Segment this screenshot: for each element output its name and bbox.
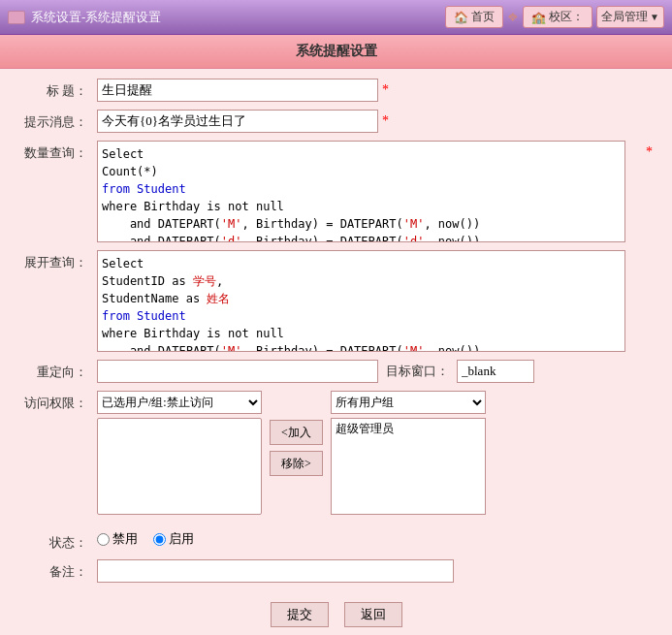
access-type-select[interactable]: 已选用户/组:禁止访问	[97, 391, 262, 414]
zhan-kai-code-wrap: Select StudentID as 学号, StudentName as 姓…	[97, 250, 653, 352]
bottom-buttons: 提交 返回	[19, 590, 653, 635]
access-right-list[interactable]: 超级管理员	[331, 418, 486, 515]
enable-radio-label[interactable]: 启用	[153, 530, 194, 548]
access-action-buttons: <加入 移除>	[270, 391, 323, 476]
bei-zhu-row: 备注：	[19, 559, 653, 583]
enable-radio[interactable]	[153, 533, 166, 546]
campus-icon: 🏫	[531, 11, 546, 24]
home-button[interactable]: 🏠 首页	[445, 6, 503, 28]
chong-ding-xiang-input[interactable]	[97, 360, 378, 383]
disable-label: 禁用	[112, 530, 138, 548]
zhuang-tai-label: 状态：	[19, 530, 97, 552]
bei-zhu-wrap	[97, 559, 653, 583]
access-left-list[interactable]	[97, 418, 262, 515]
bei-zhu-label: 备注：	[19, 559, 97, 581]
shu-liang-wrap: Select Count(*) from Student where Birth…	[97, 141, 653, 242]
window-icon	[8, 11, 25, 24]
required-star-2: *	[382, 110, 389, 129]
page-title: 系统提醒设置	[0, 35, 672, 69]
zhan-kai-row: 展开查询： Select StudentID as 学号, StudentNam…	[19, 250, 653, 352]
required-star-3: *	[646, 141, 653, 160]
zhan-kai-wrap: Select StudentID as 学号, StudentName as 姓…	[97, 250, 653, 352]
back-button[interactable]: 返回	[344, 602, 402, 627]
disable-radio[interactable]	[97, 533, 110, 546]
biao-ti-input[interactable]	[97, 79, 378, 102]
title-bar: 系统设置-系统提醒设置 🏠 首页 ❖ 🏫 校区： 全局管理 ▼	[0, 0, 672, 35]
disable-radio-label[interactable]: 禁用	[97, 530, 138, 548]
ti-shi-input[interactable]	[97, 110, 378, 133]
chong-ding-xiang-wrap: 目标窗口：	[97, 360, 653, 383]
chevron-down-icon: ▼	[650, 12, 659, 22]
mu-biao-label: 目标窗口：	[386, 363, 449, 380]
add-button[interactable]: <加入	[270, 420, 323, 445]
ti-shi-wrap: *	[97, 110, 653, 133]
ti-shi-label: 提示消息：	[19, 110, 97, 131]
title-text: 系统设置-系统提醒设置	[31, 9, 161, 26]
zhuang-tai-wrap: 禁用 启用	[97, 530, 653, 548]
mu-biao-input[interactable]	[457, 360, 534, 383]
zhan-kai-code-display: Select StudentID as 学号, StudentName as 姓…	[97, 250, 625, 352]
list-item: 超级管理员	[336, 421, 481, 437]
access-left-panel: 已选用户/组:禁止访问	[97, 391, 262, 515]
shu-liang-code-display: Select Count(*) from Student where Birth…	[97, 141, 625, 242]
enable-label: 启用	[169, 530, 194, 548]
remove-button[interactable]: 移除>	[270, 451, 323, 476]
ti-shi-row: 提示消息： *	[19, 110, 653, 133]
biao-ti-row: 标 题： *	[19, 79, 653, 102]
access-right-panel: 所有用户组 超级管理员	[331, 391, 486, 515]
zhan-kai-label: 展开查询：	[19, 250, 97, 271]
zhuang-tai-row: 状态： 禁用 启用	[19, 530, 653, 552]
nav-separator: ❖	[507, 10, 519, 25]
shu-liang-code-wrap: Select Count(*) from Student where Birth…	[97, 141, 642, 242]
shu-liang-label: 数量查询：	[19, 141, 97, 162]
submit-button[interactable]: 提交	[271, 602, 329, 627]
bei-zhu-input[interactable]	[97, 559, 454, 583]
admin-dropdown[interactable]: 全局管理 ▼	[596, 6, 664, 28]
home-icon: 🏠	[454, 11, 468, 24]
form-area: 标 题： * 提示消息： * 数量查询： Select Count(*) fro…	[0, 69, 672, 635]
main-content: 系统提醒设置 标 题： * 提示消息： * 数量查询： Select	[0, 35, 672, 635]
required-star-1: *	[382, 79, 389, 98]
biao-ti-label: 标 题：	[19, 79, 97, 100]
chong-ding-xiang-row: 重定向： 目标窗口：	[19, 360, 653, 383]
access-group-select[interactable]: 所有用户组	[331, 391, 486, 414]
chong-ding-xiang-label: 重定向：	[19, 360, 97, 381]
biao-ti-wrap: *	[97, 79, 653, 102]
shu-liang-row: 数量查询： Select Count(*) from Student where…	[19, 141, 653, 242]
campus-button[interactable]: 🏫 校区：	[523, 6, 592, 28]
access-control: 已选用户/组:禁止访问 <加入 移除> 所有用户组	[97, 391, 486, 515]
fang-wen-wrap: 已选用户/组:禁止访问 <加入 移除> 所有用户组	[97, 391, 653, 523]
fang-wen-label: 访问权限：	[19, 391, 97, 412]
title-bar-nav: 🏠 首页 ❖ 🏫 校区： 全局管理 ▼	[445, 6, 664, 28]
fang-wen-row: 访问权限： 已选用户/组:禁止访问 <加入 移除>	[19, 391, 653, 523]
